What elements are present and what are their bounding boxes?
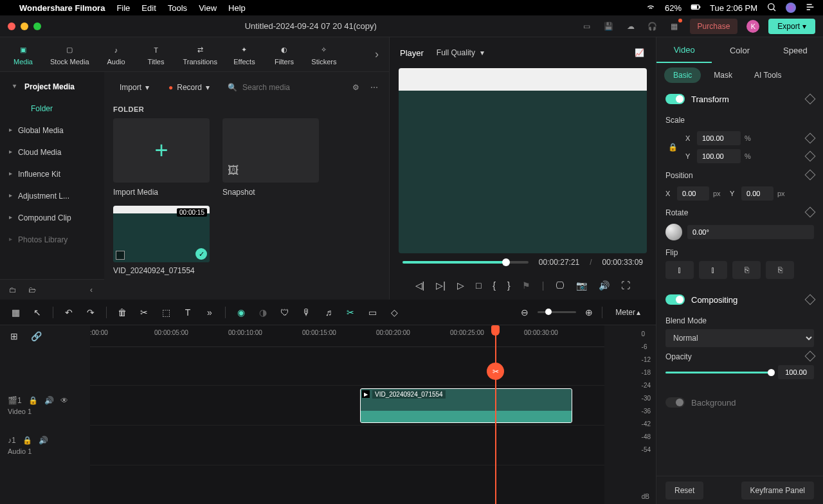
- import-dropdown[interactable]: Import▾: [113, 80, 156, 94]
- tl-cut-icon[interactable]: ✂: [138, 307, 150, 318]
- sidebar-compound-clip[interactable]: Compound Clip: [0, 207, 104, 229]
- compositing-toggle[interactable]: [665, 294, 685, 305]
- tab-filters[interactable]: ◐Filters: [266, 41, 302, 68]
- user-avatar[interactable]: K: [746, 20, 759, 33]
- subtab-ai-tools[interactable]: AI Tools: [745, 68, 790, 83]
- scale-y-input[interactable]: [697, 149, 741, 163]
- menu-edit[interactable]: Edit: [141, 3, 156, 13]
- tabs-more-icon[interactable]: ›: [370, 48, 384, 61]
- scale-lock-icon[interactable]: 🔒: [665, 143, 680, 152]
- marker-icon[interactable]: ⚑: [522, 280, 530, 291]
- tab-transitions[interactable]: ⇄Transitions: [178, 41, 222, 68]
- playhead[interactable]: ✂: [495, 325, 496, 504]
- keyframe-panel-button[interactable]: Keyframe Panel: [741, 482, 814, 500]
- reset-button[interactable]: Reset: [665, 482, 703, 500]
- sidebar-photos-library[interactable]: Photos Library: [0, 229, 104, 251]
- sidebar-influence-kit[interactable]: Influence Kit: [0, 163, 104, 185]
- tl-keyframe-icon[interactable]: ◇: [388, 307, 401, 318]
- new-folder-icon[interactable]: 🗀: [6, 284, 19, 296]
- rotate-keyframe-icon[interactable]: [805, 207, 816, 218]
- video-preview[interactable]: [399, 68, 647, 253]
- rotate-dial[interactable]: [665, 224, 682, 240]
- siri-icon[interactable]: [786, 3, 796, 13]
- tl-undo-icon[interactable]: ↶: [62, 307, 75, 318]
- tl-grid-icon[interactable]: ▦: [9, 307, 22, 318]
- zoom-in-icon[interactable]: ⊕: [583, 307, 595, 318]
- tl-ai-icon[interactable]: ◉: [235, 307, 248, 318]
- waveform-icon[interactable]: 📈: [633, 46, 646, 59]
- sidebar-adjustment-layer[interactable]: Adjustment L...: [0, 185, 104, 207]
- sidebar-global-media[interactable]: Global Media: [0, 120, 104, 141]
- fullscreen-icon[interactable]: ⛶: [621, 280, 630, 291]
- inspector-tab-speed[interactable]: Speed: [768, 37, 823, 63]
- flip-copy2-button[interactable]: ⎘: [766, 261, 794, 279]
- search-input[interactable]: [242, 83, 339, 92]
- opacity-slider[interactable]: [665, 372, 772, 374]
- export-button[interactable]: Export▾: [768, 19, 815, 34]
- tl-music-icon[interactable]: ♬: [322, 307, 335, 318]
- app-name[interactable]: Wondershare Filmora: [19, 3, 105, 13]
- menu-help[interactable]: Help: [228, 3, 246, 13]
- tl-mic-icon[interactable]: 🎙: [300, 307, 313, 318]
- filter-icon[interactable]: ⚙: [350, 81, 362, 94]
- tl-pointer-icon[interactable]: ↖: [31, 307, 44, 318]
- quality-dropdown[interactable]: Full Quality▾: [437, 48, 484, 57]
- clock[interactable]: Tue 2:06 PM: [710, 3, 757, 13]
- spotlight-icon[interactable]: [766, 2, 777, 14]
- tl-delete-icon[interactable]: 🗑: [116, 307, 129, 318]
- audio-track-header[interactable]: ♪1🔒🔊 Audio 1: [0, 426, 90, 465]
- timeline-clip[interactable]: ▶ VID_20240924_071554: [360, 388, 572, 423]
- lock-icon[interactable]: 🔒: [28, 396, 38, 405]
- scale-y-keyframe-icon[interactable]: [805, 151, 816, 162]
- play-pause-icon[interactable]: ▷|: [436, 280, 446, 291]
- flip-vertical-button[interactable]: ⫿: [699, 261, 727, 279]
- tl-link-icon[interactable]: 🔗: [30, 331, 42, 341]
- menu-file[interactable]: File: [116, 3, 130, 13]
- playhead-cut-icon[interactable]: ✂: [487, 363, 504, 380]
- menu-tools[interactable]: Tools: [168, 3, 187, 13]
- snapshot-icon[interactable]: 📷: [576, 280, 587, 291]
- cloud-icon[interactable]: ☁: [624, 20, 637, 33]
- timeline-ruler[interactable]: :00:00 00:00:05:00 00:00:10:00 00:00:15:…: [90, 325, 604, 347]
- tl-redo-icon[interactable]: ↷: [84, 307, 97, 318]
- tab-stock-media[interactable]: ▢Stock Media: [45, 41, 95, 68]
- control-center-icon[interactable]: [805, 2, 815, 14]
- tl-shield-icon[interactable]: 🛡: [278, 307, 291, 318]
- display-icon[interactable]: 🖵: [556, 280, 565, 291]
- collapse-sidebar-icon[interactable]: ‹: [85, 284, 98, 296]
- meter-toggle[interactable]: Meter▴: [609, 308, 647, 317]
- more-icon[interactable]: ⋯: [368, 81, 380, 94]
- mute-icon[interactable]: 🔊: [39, 436, 48, 445]
- position-keyframe-icon[interactable]: [805, 170, 816, 181]
- tl-split-icon[interactable]: ✂: [344, 307, 357, 318]
- opacity-value[interactable]: 100.00: [778, 365, 814, 379]
- play-icon[interactable]: ▷: [457, 280, 464, 291]
- subtab-basic[interactable]: Basic: [664, 68, 701, 83]
- tl-more-icon[interactable]: »: [203, 307, 216, 318]
- tab-titles[interactable]: TTitles: [138, 41, 174, 68]
- prev-frame-icon[interactable]: ◁|: [415, 280, 425, 291]
- tl-adjust-icon[interactable]: ▭: [366, 307, 379, 318]
- snapshot-tile[interactable]: 🖼: [222, 118, 319, 183]
- save-icon[interactable]: 💾: [602, 20, 615, 33]
- media-clip-thumbnail[interactable]: 00:00:15 ✓: [113, 206, 210, 262]
- visibility-icon[interactable]: 👁: [60, 396, 68, 405]
- subtab-mask[interactable]: Mask: [705, 68, 741, 83]
- rotate-input[interactable]: [687, 225, 814, 239]
- compositing-keyframe-icon[interactable]: [805, 294, 816, 305]
- opacity-keyframe-icon[interactable]: [805, 351, 816, 362]
- scrubber[interactable]: [402, 261, 529, 264]
- tab-audio[interactable]: ♪Audio: [98, 41, 134, 68]
- lock-icon[interactable]: 🔒: [23, 436, 32, 445]
- import-media-tile[interactable]: +: [113, 118, 210, 183]
- battery-icon[interactable]: [691, 2, 701, 14]
- tab-stickers[interactable]: ✧Stickers: [306, 41, 342, 68]
- headphones-icon[interactable]: 🎧: [646, 20, 659, 33]
- apps-icon[interactable]: ▦: [668, 20, 681, 33]
- position-y-input[interactable]: [741, 186, 773, 201]
- wifi-icon[interactable]: [646, 2, 656, 14]
- purchase-button[interactable]: Purchase: [690, 19, 738, 34]
- tl-text-icon[interactable]: T: [181, 307, 194, 318]
- mark-out-icon[interactable]: }: [507, 280, 511, 291]
- record-dropdown[interactable]: ●Record▾: [162, 80, 216, 94]
